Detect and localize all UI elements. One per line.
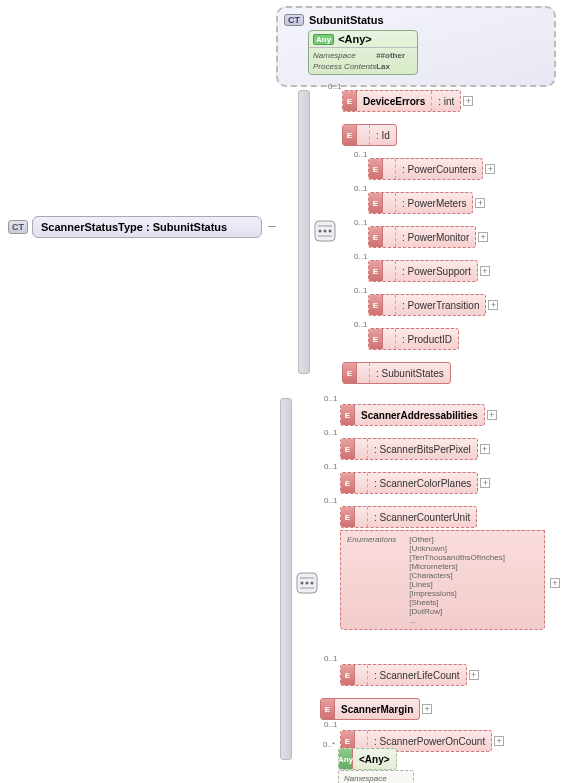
expand-icon[interactable]: +	[478, 232, 488, 242]
svg-point-3	[329, 230, 332, 233]
subunit-title: SubunitStatus	[309, 14, 384, 26]
root-complex-type: CT ScannerStatusType : SubunitStatus	[8, 216, 262, 238]
element-type: : SubunitStates	[369, 363, 450, 383]
element-card: E: SubunitStates	[342, 362, 451, 384]
expand-icon[interactable]: +	[480, 444, 490, 454]
element-icon: E	[369, 329, 383, 349]
root-box: ScannerStatusType : SubunitStatus	[32, 216, 262, 238]
occurrence: 0..1	[354, 252, 367, 261]
sequence-bar	[298, 90, 310, 374]
enum-value: [Impressions]	[409, 589, 505, 598]
element-type: : ScannerBitsPerPixel	[367, 439, 477, 459]
element-label	[383, 295, 395, 315]
element-icon: E	[369, 193, 383, 213]
sequence-icon	[296, 572, 318, 594]
element-row: E: ScannerBitsPerPixel+	[340, 438, 490, 460]
enum-value: [Other]	[409, 535, 505, 544]
expand-icon[interactable]: +	[469, 670, 479, 680]
expand-icon[interactable]: +	[485, 164, 495, 174]
element-label	[383, 159, 395, 179]
element-icon: E	[343, 363, 357, 383]
element-row: E: ProductID	[368, 328, 459, 350]
element-label	[383, 227, 395, 247]
expand-icon[interactable]: +	[422, 704, 432, 714]
sequence-bar	[280, 398, 292, 760]
svg-point-1	[319, 230, 322, 233]
enum-key: Enumerations	[347, 535, 407, 544]
expand-icon[interactable]: +	[487, 410, 497, 420]
occurrence: 0..1	[324, 496, 337, 505]
element-label	[355, 473, 367, 493]
root-label: ScannerStatusType : SubunitStatus	[41, 221, 227, 233]
expand-icon[interactable]: +	[550, 578, 560, 588]
expand-icon[interactable]: +	[480, 266, 490, 276]
element-icon: E	[369, 227, 383, 247]
element-label	[357, 363, 369, 383]
expand-icon[interactable]: +	[488, 300, 498, 310]
connector	[268, 226, 276, 227]
element-row: E: Id	[342, 124, 397, 146]
element-row: E: SubunitStates	[342, 362, 451, 384]
expand-icon[interactable]: +	[494, 736, 504, 746]
element-icon: E	[369, 261, 383, 281]
element-icon: E	[369, 159, 383, 179]
subunit-header: CT SubunitStatus	[284, 14, 548, 26]
element-row: E: PowerMonitor+	[368, 226, 488, 248]
occurrence: 0..1	[324, 720, 337, 729]
any-icon: Any	[313, 34, 334, 45]
element-card: E: PowerMonitor	[368, 226, 476, 248]
expand-icon[interactable]: +	[480, 478, 490, 488]
element-card: E: ScannerCounterUnit	[340, 506, 477, 528]
enum-value: [DotRow]	[409, 607, 505, 616]
enum-value: [Unknown]	[409, 544, 505, 553]
any-block: Any <Any> Namespace Process Contents ##o…	[308, 30, 418, 75]
element-icon: E	[321, 699, 335, 719]
subunit-status-container: CT SubunitStatus Any <Any> Namespace Pro…	[276, 6, 556, 87]
occurrence: 0..1	[354, 218, 367, 227]
any-element: Any <Any>	[338, 748, 397, 770]
element-row: E: PowerMeters+	[368, 192, 485, 214]
expand-icon[interactable]: +	[463, 96, 473, 106]
element-icon: E	[341, 439, 355, 459]
ct-icon: CT	[8, 220, 28, 234]
element-card: EScannerMargin	[320, 698, 420, 720]
element-type: : PowerCounters	[395, 159, 482, 179]
element-label	[355, 439, 367, 459]
ct-icon: CT	[284, 14, 304, 26]
element-type: : ScannerCounterUnit	[367, 507, 476, 527]
enum-value: ...	[409, 616, 505, 625]
expand-icon[interactable]: +	[475, 198, 485, 208]
element-icon: E	[341, 405, 355, 425]
element-type: : ScannerColorPlanes	[367, 473, 477, 493]
element-icon: E	[369, 295, 383, 315]
sequence-icon	[314, 220, 336, 242]
enum-value: [Micrometers]	[409, 562, 505, 571]
element-icon: E	[343, 125, 357, 145]
element-type: : Id	[369, 125, 396, 145]
element-label	[383, 193, 395, 213]
occurrence: 0..1	[324, 462, 337, 471]
svg-point-2	[324, 230, 327, 233]
element-icon: E	[343, 91, 357, 111]
element-type: : int	[431, 91, 460, 111]
element-label	[355, 507, 367, 527]
element-card: E: Id	[342, 124, 397, 146]
element-type: : ScannerLifeCount	[367, 665, 466, 685]
element-row: E: ScannerLifeCount+	[340, 664, 479, 686]
svg-point-8	[306, 582, 309, 585]
element-card: E: ScannerBitsPerPixel	[340, 438, 478, 460]
any-icon: Any	[339, 749, 353, 769]
element-row: E: PowerSupport+	[368, 260, 490, 282]
element-label: DeviceErrors	[357, 91, 431, 111]
element-type: : ProductID	[395, 329, 458, 349]
enum-list: [Other][Unknown][TenThousandthsOfInches]…	[409, 535, 505, 625]
element-label	[357, 125, 369, 145]
element-row: EScannerMargin+	[320, 698, 432, 720]
enum-value: [Sheets]	[409, 598, 505, 607]
occurrence: 0..1	[324, 654, 337, 663]
element-row: E: ScannerCounterUnit	[340, 506, 477, 528]
element-card: EScannerAddressabilities	[340, 404, 485, 426]
element-card: E: PowerSupport	[368, 260, 478, 282]
element-type: : PowerMeters	[395, 193, 472, 213]
element-label: ScannerMargin	[335, 699, 419, 719]
